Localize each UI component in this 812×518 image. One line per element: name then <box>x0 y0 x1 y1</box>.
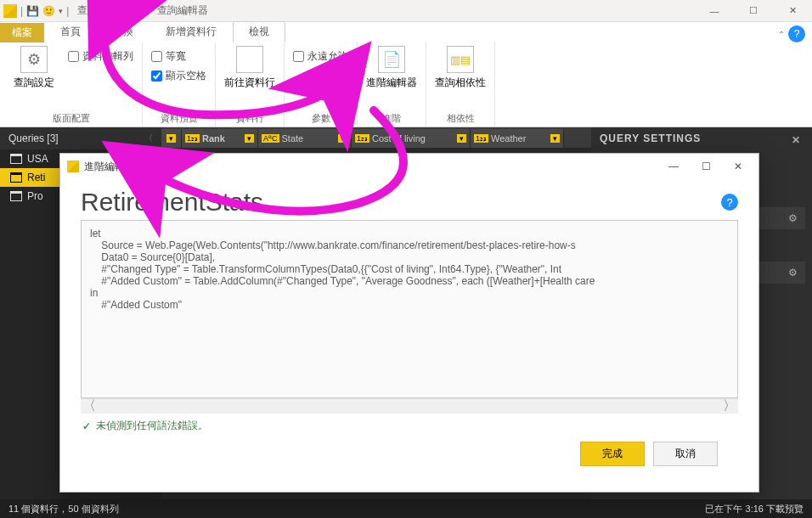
group-layout: 查詢設定 資料編輯列 版面配置 <box>0 42 143 127</box>
group-advanced-caption: 進階 <box>366 110 417 125</box>
scroll-right-icon[interactable]: 〉 <box>723 397 736 415</box>
advanced-editor-label: 進階編輯器 <box>366 76 417 90</box>
save-icon[interactable]: 💾 <box>26 5 39 17</box>
chk-always-allow[interactable]: 永遠允許 <box>293 49 348 64</box>
queries-header-label: Queries [3] <box>8 132 59 144</box>
cancel-button[interactable]: 取消 <box>653 442 718 466</box>
ribbon-collapse-icon[interactable]: ˆ <box>780 31 783 42</box>
dialog-heading: RetirementStats ? <box>81 188 738 217</box>
title-bar: | 💾 🙂 ▾ | 查詢工作 - 完成 - 查詢編輯器 — ☐ ✕ <box>0 0 812 22</box>
status-bar: 11 個資料行，50 個資料列 已在下午 3:16 下載預覽 <box>0 499 812 518</box>
gear-icon: ⚙ <box>785 265 800 280</box>
dialog-heading-text: RetirementStats <box>81 188 263 217</box>
horizontal-scrollbar[interactable]: 〈〉 <box>81 398 738 414</box>
window-title: 查詢工作 - 完成 - 查詢編輯器 <box>72 3 695 18</box>
app-icon <box>3 4 17 18</box>
smile-icon[interactable]: 🙂 <box>42 5 55 17</box>
goto-column-label: 前往資料行 <box>224 76 275 90</box>
dialog-titlebar: 進階編輯器 — ☐ ✕ <box>60 154 758 179</box>
query-settings-button[interactable]: 查詢設定 <box>8 46 59 90</box>
table-icon <box>10 191 22 201</box>
help-icon[interactable]: ? <box>788 25 805 42</box>
grid-icon <box>236 46 263 73</box>
scroll-left-icon[interactable]: 〈 <box>82 397 96 415</box>
group-columns-caption: 資料行 <box>224 110 275 125</box>
status-right: 已在下午 3:16 下載預覽 <box>705 503 804 515</box>
document-icon <box>378 46 405 73</box>
group-preview-caption: 資料預覽 <box>151 110 206 125</box>
group-dependencies-caption: 相依性 <box>435 110 486 125</box>
column-header-cost[interactable]: 1₂₃Cost of living▾ <box>352 129 471 148</box>
goto-column-button[interactable]: 前往資料行 <box>224 46 275 90</box>
column-header-weather[interactable]: 1₂₃Weather▾ <box>471 129 564 148</box>
query-dependencies-button[interactable]: 查詢相依性 <box>435 46 486 90</box>
tab-transform[interactable]: 轉換 <box>97 21 149 42</box>
chk-show-space[interactable]: 顯示空格 <box>151 69 206 83</box>
tab-view[interactable]: 檢視 <box>233 21 285 42</box>
help-icon[interactable]: ? <box>721 194 738 211</box>
group-advanced: 進階編輯器 進階 <box>358 42 426 127</box>
check-icon: ✓ <box>82 420 91 432</box>
settings-header: QUERY SETTINGS ✕ <box>591 127 812 153</box>
syntax-status: ✓未偵測到任何語法錯誤。 <box>81 414 738 442</box>
query-settings-label: 查詢設定 <box>14 76 54 90</box>
queries-header[interactable]: Queries [3] 〈 <box>0 127 161 149</box>
group-preview: 等寬 顯示空格 資料預覽 <box>143 42 216 127</box>
table-icon <box>10 172 22 183</box>
status-left: 11 個資料行，50 個資料列 <box>8 503 119 515</box>
dependencies-icon <box>447 46 474 73</box>
quick-access-toolbar: | 💾 🙂 ▾ | <box>0 4 72 18</box>
chevron-left-icon: 〈 <box>144 132 153 144</box>
ribbon-tabs: 檔案 首頁 轉換 新增資料行 檢視 ˆ ? <box>0 22 812 42</box>
app-icon <box>67 160 79 172</box>
code-editor[interactable]: let Source = Web.Page(Web.Contents("http… <box>81 220 738 398</box>
gear-icon: ⚙ <box>785 211 800 226</box>
advanced-editor-button[interactable]: 進階編輯器 <box>366 46 417 90</box>
gear-icon <box>20 46 48 73</box>
tab-add-column[interactable]: 新增資料行 <box>149 21 233 42</box>
dialog-minimize-button[interactable]: — <box>660 160 687 172</box>
settings-title: QUERY SETTINGS <box>600 132 701 148</box>
table-icon <box>10 154 22 164</box>
close-button[interactable]: ✕ <box>773 0 812 22</box>
group-params-caption: 參數 <box>293 110 348 125</box>
chk-formula-bar[interactable]: 資料編輯列 <box>68 49 133 64</box>
group-layout-caption: 版面配置 <box>8 110 133 125</box>
column-header-rank[interactable]: 1₂₃Rank▾ <box>182 129 258 148</box>
group-columns: 前往資料行 資料行 <box>216 42 285 127</box>
done-button[interactable]: 完成 <box>580 442 645 466</box>
advanced-editor-dialog: 進階編輯器 — ☐ ✕ RetirementStats ? let Source… <box>59 153 759 493</box>
column-header-state[interactable]: AᴮCState▾ <box>258 129 352 148</box>
group-dependencies: 查詢相依性 相依性 <box>426 42 495 127</box>
qat-sep: | <box>20 5 23 17</box>
code-content: let Source = Web.Page(Web.Contents("http… <box>90 228 595 311</box>
dialog-footer: 完成 取消 <box>81 442 738 480</box>
close-icon[interactable]: ✕ <box>788 132 804 148</box>
dialog-title: 進階編輯器 <box>84 160 135 174</box>
group-params: 永遠允許 參數 <box>285 42 358 127</box>
chk-monospace[interactable]: 等寬 <box>151 49 206 64</box>
syntax-status-text: 未偵測到任何語法錯誤。 <box>96 419 208 433</box>
window-buttons: — ☐ ✕ <box>695 0 812 22</box>
ribbon: 查詢設定 資料編輯列 版面配置 等寬 顯示空格 資料預覽 前往資料行 資料行 <box>0 42 812 127</box>
query-dependencies-label: 查詢相依性 <box>435 76 486 90</box>
dialog-maximize-button[interactable]: ☐ <box>692 160 719 172</box>
maximize-button[interactable]: ☐ <box>734 0 773 22</box>
dialog-close-button[interactable]: ✕ <box>725 160 752 172</box>
tab-home[interactable]: 首頁 <box>44 21 97 42</box>
qat-sep2: | <box>66 5 69 17</box>
file-tab[interactable]: 檔案 <box>0 23 44 42</box>
qat-dropdown-icon[interactable]: ▾ <box>59 7 63 15</box>
row-index-header[interactable]: ▾ <box>161 129 182 148</box>
minimize-button[interactable]: — <box>695 0 734 22</box>
